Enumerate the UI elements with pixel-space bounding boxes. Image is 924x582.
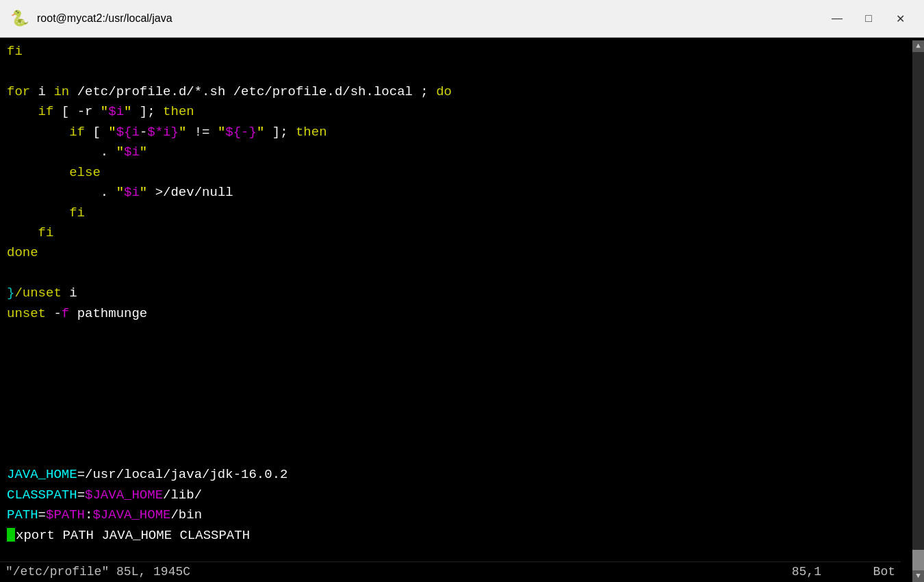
code-line-14: unset -f pathmunge — [7, 304, 906, 324]
code-line-7: else — [7, 163, 906, 183]
code-line-8: . "$i" >/dev/null — [7, 183, 906, 203]
code-line-24: PATH=$PATH:$JAVA_HOME/bin — [7, 505, 906, 525]
blank-19 — [7, 405, 906, 425]
code-line-11: done — [7, 243, 906, 263]
code-line-10: fi — [7, 223, 906, 243]
code-line-4: if [ -r "$i" ]; then — [7, 102, 906, 122]
code-line-5: if [ "${i-$*i}" != "${-}" ]; then — [7, 123, 906, 142]
window-controls: — □ ✕ — [821, 7, 916, 31]
code-line-13: }/unset i — [7, 283, 906, 303]
scroll-up-arrow[interactable]: ▲ — [912, 40, 924, 52]
scrollbar-thumb[interactable] — [912, 550, 924, 570]
cursor — [7, 528, 15, 542]
blank-16 — [7, 344, 906, 364]
code-line-6: . "$i" — [7, 142, 906, 162]
maximize-button[interactable]: □ — [853, 7, 884, 31]
code-line-25: xport PATH JAVA_HOME CLASSPATH — [7, 526, 906, 546]
blank-line-2 — [7, 62, 906, 81]
code-line-3: for i in /etc/profile.d/*.sh /etc/profil… — [7, 82, 906, 102]
scrollbar-track[interactable] — [912, 52, 924, 570]
statusbar-filename: "/etc/profile" 85L, 1945C — [5, 563, 190, 582]
close-button[interactable]: ✕ — [884, 7, 916, 31]
minimize-button[interactable]: — — [821, 7, 853, 31]
terminal-window: fi for i in /etc/profile.d/*.sh /etc/pro… — [0, 38, 924, 582]
code-line-9: fi — [7, 203, 906, 223]
blank-21 — [7, 445, 906, 465]
blank-18 — [7, 384, 906, 404]
statusbar: "/etc/profile" 85L, 1945C 85,1 Bot — [0, 561, 901, 582]
code-line-22: JAVA_HOME=/usr/local/java/jdk-16.0.2 — [7, 465, 906, 485]
app-icon: 🐍 — [8, 8, 30, 29]
scroll-down-arrow[interactable]: ▼ — [912, 570, 924, 582]
statusbar-right: 85,1 Bot — [792, 563, 895, 582]
code-line-1: fi — [7, 42, 906, 62]
blank-15 — [7, 324, 906, 344]
blank-20 — [7, 425, 906, 444]
statusbar-position: 85,1 — [792, 565, 821, 579]
blank-line-12 — [7, 264, 906, 283]
blank-17 — [7, 364, 906, 384]
code-line-23: CLASSPATH=$JAVA_HOME/lib/ — [7, 485, 906, 505]
window-title: root@mycat2:/usr/local/java — [37, 12, 821, 25]
titlebar: 🐍 root@mycat2:/usr/local/java — □ ✕ — [0, 0, 924, 38]
scrollbar[interactable]: ▲ ▼ — [912, 40, 924, 582]
terminal-content[interactable]: fi for i in /etc/profile.d/*.sh /etc/pro… — [0, 40, 912, 582]
statusbar-scroll: Bot — [873, 565, 895, 579]
